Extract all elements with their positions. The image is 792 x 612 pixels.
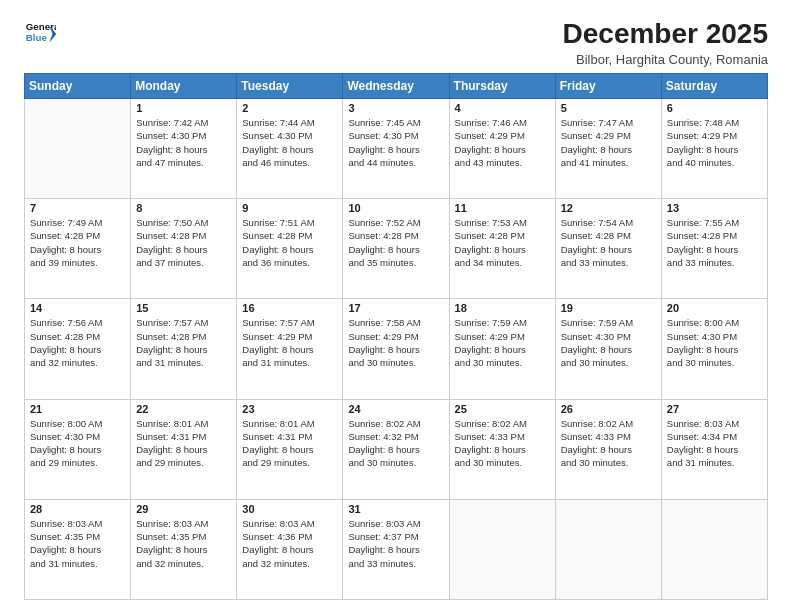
day-info: Sunrise: 7:42 AM Sunset: 4:30 PM Dayligh… xyxy=(136,116,231,169)
calendar-cell: 7Sunrise: 7:49 AM Sunset: 4:28 PM Daylig… xyxy=(25,199,131,299)
day-number: 6 xyxy=(667,102,762,114)
calendar-cell: 18Sunrise: 7:59 AM Sunset: 4:29 PM Dayli… xyxy=(449,299,555,399)
svg-text:Blue: Blue xyxy=(26,32,48,43)
day-info: Sunrise: 8:01 AM Sunset: 4:31 PM Dayligh… xyxy=(136,417,231,470)
day-info: Sunrise: 8:02 AM Sunset: 4:33 PM Dayligh… xyxy=(455,417,550,470)
day-number: 26 xyxy=(561,403,656,415)
day-of-week-header: Wednesday xyxy=(343,74,449,99)
calendar-cell: 19Sunrise: 7:59 AM Sunset: 4:30 PM Dayli… xyxy=(555,299,661,399)
calendar-cell: 25Sunrise: 8:02 AM Sunset: 4:33 PM Dayli… xyxy=(449,399,555,499)
day-info: Sunrise: 7:59 AM Sunset: 4:29 PM Dayligh… xyxy=(455,316,550,369)
calendar-cell: 4Sunrise: 7:46 AM Sunset: 4:29 PM Daylig… xyxy=(449,99,555,199)
day-number: 12 xyxy=(561,202,656,214)
calendar-cell: 12Sunrise: 7:54 AM Sunset: 4:28 PM Dayli… xyxy=(555,199,661,299)
calendar-cell: 2Sunrise: 7:44 AM Sunset: 4:30 PM Daylig… xyxy=(237,99,343,199)
day-number: 22 xyxy=(136,403,231,415)
day-info: Sunrise: 7:57 AM Sunset: 4:29 PM Dayligh… xyxy=(242,316,337,369)
day-number: 10 xyxy=(348,202,443,214)
calendar-cell: 31Sunrise: 8:03 AM Sunset: 4:37 PM Dayli… xyxy=(343,499,449,599)
calendar-cell: 14Sunrise: 7:56 AM Sunset: 4:28 PM Dayli… xyxy=(25,299,131,399)
calendar-cell: 24Sunrise: 8:02 AM Sunset: 4:32 PM Dayli… xyxy=(343,399,449,499)
day-info: Sunrise: 8:03 AM Sunset: 4:34 PM Dayligh… xyxy=(667,417,762,470)
day-number: 5 xyxy=(561,102,656,114)
calendar-week-row: 1Sunrise: 7:42 AM Sunset: 4:30 PM Daylig… xyxy=(25,99,768,199)
calendar-cell: 6Sunrise: 7:48 AM Sunset: 4:29 PM Daylig… xyxy=(661,99,767,199)
calendar-cell: 5Sunrise: 7:47 AM Sunset: 4:29 PM Daylig… xyxy=(555,99,661,199)
day-info: Sunrise: 7:46 AM Sunset: 4:29 PM Dayligh… xyxy=(455,116,550,169)
calendar-cell xyxy=(25,99,131,199)
day-number: 28 xyxy=(30,503,125,515)
calendar-cell: 1Sunrise: 7:42 AM Sunset: 4:30 PM Daylig… xyxy=(131,99,237,199)
day-number: 24 xyxy=(348,403,443,415)
day-info: Sunrise: 7:51 AM Sunset: 4:28 PM Dayligh… xyxy=(242,216,337,269)
day-info: Sunrise: 7:54 AM Sunset: 4:28 PM Dayligh… xyxy=(561,216,656,269)
calendar-cell xyxy=(661,499,767,599)
day-info: Sunrise: 7:57 AM Sunset: 4:28 PM Dayligh… xyxy=(136,316,231,369)
day-info: Sunrise: 8:02 AM Sunset: 4:32 PM Dayligh… xyxy=(348,417,443,470)
calendar-cell: 28Sunrise: 8:03 AM Sunset: 4:35 PM Dayli… xyxy=(25,499,131,599)
day-number: 4 xyxy=(455,102,550,114)
day-info: Sunrise: 7:59 AM Sunset: 4:30 PM Dayligh… xyxy=(561,316,656,369)
day-info: Sunrise: 8:01 AM Sunset: 4:31 PM Dayligh… xyxy=(242,417,337,470)
day-number: 19 xyxy=(561,302,656,314)
day-of-week-header: Tuesday xyxy=(237,74,343,99)
day-number: 27 xyxy=(667,403,762,415)
title-block: December 2025 Bilbor, Harghita County, R… xyxy=(563,18,768,67)
day-number: 8 xyxy=(136,202,231,214)
day-info: Sunrise: 7:55 AM Sunset: 4:28 PM Dayligh… xyxy=(667,216,762,269)
calendar-cell: 21Sunrise: 8:00 AM Sunset: 4:30 PM Dayli… xyxy=(25,399,131,499)
day-info: Sunrise: 7:45 AM Sunset: 4:30 PM Dayligh… xyxy=(348,116,443,169)
day-of-week-header: Saturday xyxy=(661,74,767,99)
calendar-cell: 3Sunrise: 7:45 AM Sunset: 4:30 PM Daylig… xyxy=(343,99,449,199)
logo-icon: General Blue xyxy=(24,18,56,50)
day-of-week-header: Monday xyxy=(131,74,237,99)
day-number: 9 xyxy=(242,202,337,214)
day-info: Sunrise: 8:02 AM Sunset: 4:33 PM Dayligh… xyxy=(561,417,656,470)
day-of-week-header: Thursday xyxy=(449,74,555,99)
day-info: Sunrise: 8:03 AM Sunset: 4:35 PM Dayligh… xyxy=(30,517,125,570)
calendar-cell: 23Sunrise: 8:01 AM Sunset: 4:31 PM Dayli… xyxy=(237,399,343,499)
calendar-week-row: 21Sunrise: 8:00 AM Sunset: 4:30 PM Dayli… xyxy=(25,399,768,499)
day-number: 11 xyxy=(455,202,550,214)
day-info: Sunrise: 7:49 AM Sunset: 4:28 PM Dayligh… xyxy=(30,216,125,269)
day-number: 13 xyxy=(667,202,762,214)
day-number: 30 xyxy=(242,503,337,515)
subtitle: Bilbor, Harghita County, Romania xyxy=(563,52,768,67)
calendar-cell: 17Sunrise: 7:58 AM Sunset: 4:29 PM Dayli… xyxy=(343,299,449,399)
day-info: Sunrise: 7:47 AM Sunset: 4:29 PM Dayligh… xyxy=(561,116,656,169)
day-info: Sunrise: 8:00 AM Sunset: 4:30 PM Dayligh… xyxy=(667,316,762,369)
day-number: 18 xyxy=(455,302,550,314)
day-number: 20 xyxy=(667,302,762,314)
day-number: 3 xyxy=(348,102,443,114)
day-number: 15 xyxy=(136,302,231,314)
calendar-cell: 15Sunrise: 7:57 AM Sunset: 4:28 PM Dayli… xyxy=(131,299,237,399)
logo: General Blue xyxy=(24,18,56,50)
calendar-cell: 27Sunrise: 8:03 AM Sunset: 4:34 PM Dayli… xyxy=(661,399,767,499)
day-info: Sunrise: 7:44 AM Sunset: 4:30 PM Dayligh… xyxy=(242,116,337,169)
day-number: 1 xyxy=(136,102,231,114)
day-number: 16 xyxy=(242,302,337,314)
calendar-cell: 20Sunrise: 8:00 AM Sunset: 4:30 PM Dayli… xyxy=(661,299,767,399)
day-of-week-header: Sunday xyxy=(25,74,131,99)
day-number: 31 xyxy=(348,503,443,515)
calendar-cell: 11Sunrise: 7:53 AM Sunset: 4:28 PM Dayli… xyxy=(449,199,555,299)
calendar-week-row: 7Sunrise: 7:49 AM Sunset: 4:28 PM Daylig… xyxy=(25,199,768,299)
day-info: Sunrise: 7:50 AM Sunset: 4:28 PM Dayligh… xyxy=(136,216,231,269)
calendar-cell: 16Sunrise: 7:57 AM Sunset: 4:29 PM Dayli… xyxy=(237,299,343,399)
day-number: 21 xyxy=(30,403,125,415)
day-info: Sunrise: 7:48 AM Sunset: 4:29 PM Dayligh… xyxy=(667,116,762,169)
day-info: Sunrise: 8:00 AM Sunset: 4:30 PM Dayligh… xyxy=(30,417,125,470)
day-info: Sunrise: 7:58 AM Sunset: 4:29 PM Dayligh… xyxy=(348,316,443,369)
calendar-cell: 29Sunrise: 8:03 AM Sunset: 4:35 PM Dayli… xyxy=(131,499,237,599)
calendar-cell xyxy=(555,499,661,599)
day-info: Sunrise: 7:53 AM Sunset: 4:28 PM Dayligh… xyxy=(455,216,550,269)
day-of-week-header: Friday xyxy=(555,74,661,99)
calendar-cell xyxy=(449,499,555,599)
day-number: 25 xyxy=(455,403,550,415)
calendar-cell: 9Sunrise: 7:51 AM Sunset: 4:28 PM Daylig… xyxy=(237,199,343,299)
day-number: 7 xyxy=(30,202,125,214)
day-number: 2 xyxy=(242,102,337,114)
calendar-table: SundayMondayTuesdayWednesdayThursdayFrid… xyxy=(24,73,768,600)
calendar-cell: 13Sunrise: 7:55 AM Sunset: 4:28 PM Dayli… xyxy=(661,199,767,299)
calendar-week-row: 14Sunrise: 7:56 AM Sunset: 4:28 PM Dayli… xyxy=(25,299,768,399)
